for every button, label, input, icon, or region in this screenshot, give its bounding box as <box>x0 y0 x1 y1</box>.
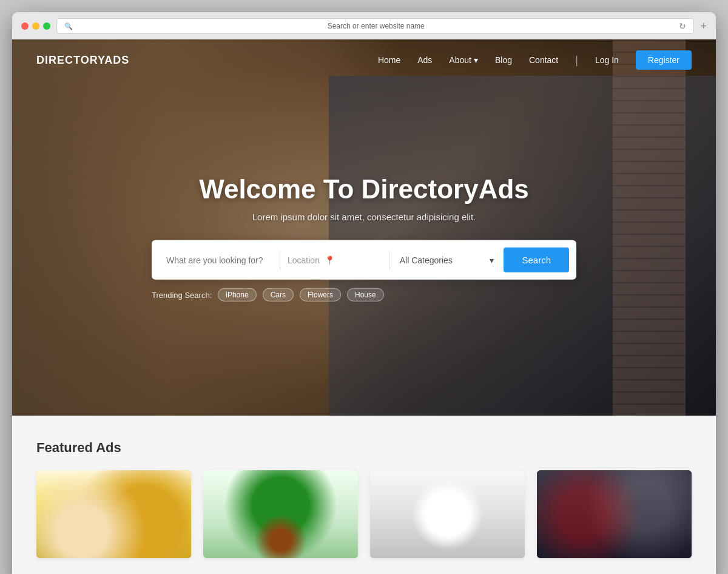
trending-tag-flowers[interactable]: Flowers <box>300 288 341 302</box>
location-pin-icon: 📍 <box>325 255 335 265</box>
nav-links: Home Ads About ▾ Blog Contact | Log In R… <box>378 50 692 70</box>
nav-contact[interactable]: Contact <box>529 55 558 65</box>
nav-about[interactable]: About ▾ <box>449 55 478 65</box>
ad-card-1[interactable] <box>36 470 191 558</box>
category-label: All Categories <box>400 255 453 265</box>
featured-section: Featured Ads <box>12 416 716 574</box>
login-link[interactable]: Log In <box>595 55 619 65</box>
chevron-down-icon: ▾ <box>490 255 494 265</box>
close-button[interactable] <box>21 22 29 30</box>
trending-label: Trending Search: <box>152 290 212 299</box>
ad-image-3 <box>370 470 525 558</box>
search-bar: Location 📍 All Categories ▾ Search <box>152 240 576 280</box>
search-input[interactable] <box>159 250 280 269</box>
site-logo[interactable]: DIRECTORYADS <box>36 54 129 67</box>
browser-chrome: 🔍 Search or enter website name ↻ + <box>12 12 716 39</box>
trending-search: Trending Search: iPhone Cars Flowers Hou… <box>152 288 576 302</box>
traffic-lights <box>21 22 50 30</box>
featured-title: Featured Ads <box>36 440 692 456</box>
ad-image-4 <box>537 470 692 558</box>
trending-tag-cars[interactable]: Cars <box>263 288 294 302</box>
category-select[interactable]: All Categories ▾ <box>390 250 504 269</box>
nav-home[interactable]: Home <box>378 55 400 65</box>
nav-divider: | <box>575 54 578 67</box>
ad-card-4[interactable] <box>537 470 692 558</box>
nav-ads[interactable]: Ads <box>417 55 432 65</box>
ads-grid <box>36 470 692 558</box>
hero-title: Welcome To DirectoryAds <box>152 174 576 204</box>
chevron-down-icon: ▾ <box>474 55 478 65</box>
browser-window: 🔍 Search or enter website name ↻ + DIREC… <box>12 12 716 574</box>
location-input[interactable]: Location 📍 <box>280 250 389 269</box>
trending-tag-house[interactable]: House <box>347 288 384 302</box>
ad-image-1 <box>36 470 191 558</box>
ad-card-3[interactable] <box>370 470 525 558</box>
hero-subtitle: Lorem ipsum dolor sit amet, consectetur … <box>152 212 576 222</box>
ad-card-2[interactable] <box>203 470 358 558</box>
search-button[interactable]: Search <box>504 248 569 272</box>
trending-tag-iphone[interactable]: iPhone <box>218 288 256 302</box>
hero-section: DIRECTORYADS Home Ads About ▾ Blog Conta… <box>12 39 716 416</box>
address-bar[interactable]: 🔍 Search or enter website name ↻ <box>56 18 694 34</box>
maximize-button[interactable] <box>43 22 50 30</box>
hero-content: Welcome To DirectoryAds Lorem ipsum dolo… <box>152 174 576 302</box>
reload-button[interactable]: ↻ <box>679 21 686 31</box>
ad-image-2 <box>203 470 358 558</box>
register-button[interactable]: Register <box>636 50 692 70</box>
search-icon: 🔍 <box>64 22 73 30</box>
minimize-button[interactable] <box>32 22 39 30</box>
address-bar-text: Search or enter website name <box>76 22 675 30</box>
navbar: DIRECTORYADS Home Ads About ▾ Blog Conta… <box>12 39 716 81</box>
new-tab-button[interactable]: + <box>700 20 707 33</box>
location-text: Location <box>288 255 320 265</box>
nav-blog[interactable]: Blog <box>495 55 512 65</box>
